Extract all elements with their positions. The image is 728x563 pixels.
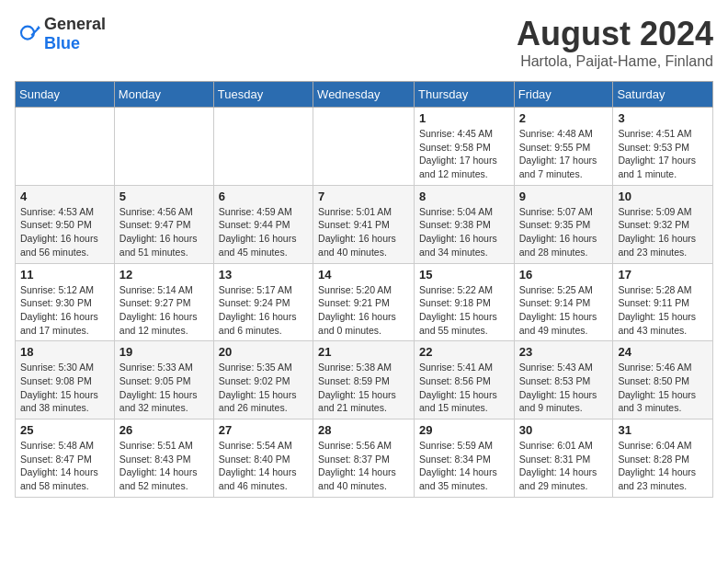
calendar-cell: 31Sunrise: 6:04 AM Sunset: 8:28 PM Dayli… (613, 419, 713, 498)
day-info: Sunrise: 5:54 AM Sunset: 8:40 PM Dayligh… (219, 439, 308, 493)
day-info: Sunrise: 4:48 AM Sunset: 9:55 PM Dayligh… (519, 127, 609, 181)
calendar-cell: 6Sunrise: 4:59 AM Sunset: 9:44 PM Daylig… (213, 185, 313, 263)
calendar-cell: 9Sunrise: 5:07 AM Sunset: 9:35 PM Daylig… (514, 185, 613, 263)
day-number: 2 (519, 111, 609, 125)
weekday-header-monday: Monday (114, 82, 213, 108)
day-info: Sunrise: 4:59 AM Sunset: 9:44 PM Dayligh… (219, 205, 308, 259)
weekday-header-saturday: Saturday (613, 82, 713, 108)
calendar-cell: 28Sunrise: 5:56 AM Sunset: 8:37 PM Dayli… (313, 419, 415, 498)
day-info: Sunrise: 5:46 AM Sunset: 8:50 PM Dayligh… (618, 361, 708, 415)
day-info: Sunrise: 6:01 AM Sunset: 8:31 PM Dayligh… (519, 439, 609, 493)
day-number: 31 (618, 423, 708, 437)
day-info: Sunrise: 5:35 AM Sunset: 9:02 PM Dayligh… (219, 361, 308, 415)
day-number: 24 (618, 345, 708, 359)
day-number: 22 (419, 345, 509, 359)
calendar-cell: 2Sunrise: 4:48 AM Sunset: 9:55 PM Daylig… (514, 108, 613, 186)
day-info: Sunrise: 5:04 AM Sunset: 9:38 PM Dayligh… (419, 205, 509, 259)
weekday-header-tuesday: Tuesday (213, 82, 313, 108)
day-info: Sunrise: 5:51 AM Sunset: 8:43 PM Dayligh… (119, 439, 209, 493)
day-number: 10 (618, 190, 708, 203)
day-info: Sunrise: 5:41 AM Sunset: 8:56 PM Dayligh… (419, 361, 509, 415)
day-number: 3 (618, 111, 708, 125)
day-info: Sunrise: 6:04 AM Sunset: 8:28 PM Dayligh… (618, 439, 708, 493)
day-number: 6 (219, 190, 308, 203)
calendar-cell: 20Sunrise: 5:35 AM Sunset: 9:02 PM Dayli… (213, 341, 313, 419)
calendar-cell: 30Sunrise: 6:01 AM Sunset: 8:31 PM Dayli… (514, 419, 613, 498)
calendar-week-row: 25Sunrise: 5:48 AM Sunset: 8:47 PM Dayli… (16, 419, 713, 498)
day-info: Sunrise: 5:22 AM Sunset: 9:18 PM Dayligh… (419, 283, 509, 338)
calendar-cell (313, 108, 415, 186)
day-number: 8 (419, 190, 509, 203)
calendar-cell: 14Sunrise: 5:20 AM Sunset: 9:21 PM Dayli… (313, 263, 415, 341)
day-number: 18 (20, 345, 109, 359)
day-info: Sunrise: 5:14 AM Sunset: 9:27 PM Dayligh… (119, 283, 209, 338)
day-number: 30 (519, 423, 609, 437)
title-block: August 2024 Hartola, Paijat-Hame, Finlan… (517, 15, 713, 70)
day-info: Sunrise: 5:07 AM Sunset: 9:35 PM Dayligh… (519, 205, 609, 259)
day-number: 23 (519, 345, 609, 359)
day-number: 21 (318, 345, 409, 359)
day-info: Sunrise: 4:45 AM Sunset: 9:58 PM Dayligh… (419, 127, 509, 181)
calendar-cell: 16Sunrise: 5:25 AM Sunset: 9:14 PM Dayli… (514, 263, 613, 341)
day-info: Sunrise: 5:33 AM Sunset: 9:05 PM Dayligh… (119, 361, 209, 415)
day-info: Sunrise: 5:12 AM Sunset: 9:30 PM Dayligh… (20, 283, 109, 338)
calendar-cell: 25Sunrise: 5:48 AM Sunset: 8:47 PM Dayli… (16, 419, 115, 498)
day-info: Sunrise: 5:25 AM Sunset: 9:14 PM Dayligh… (519, 283, 609, 338)
logo-blue: Blue (44, 34, 80, 52)
calendar-cell: 21Sunrise: 5:38 AM Sunset: 8:59 PM Dayli… (313, 341, 415, 419)
day-info: Sunrise: 4:56 AM Sunset: 9:47 PM Dayligh… (119, 205, 209, 259)
weekday-header-row: SundayMondayTuesdayWednesdayThursdayFrid… (16, 82, 713, 108)
day-info: Sunrise: 5:38 AM Sunset: 8:59 PM Dayligh… (318, 361, 409, 415)
calendar-cell: 27Sunrise: 5:54 AM Sunset: 8:40 PM Dayli… (213, 419, 313, 498)
calendar-week-row: 11Sunrise: 5:12 AM Sunset: 9:30 PM Dayli… (16, 263, 713, 341)
calendar-cell: 24Sunrise: 5:46 AM Sunset: 8:50 PM Dayli… (613, 341, 713, 419)
logo-text: General Blue (44, 15, 106, 53)
calendar-cell: 13Sunrise: 5:17 AM Sunset: 9:24 PM Dayli… (213, 263, 313, 341)
calendar-cell: 17Sunrise: 5:28 AM Sunset: 9:11 PM Dayli… (613, 263, 713, 341)
weekday-header-thursday: Thursday (415, 82, 515, 108)
day-number: 20 (219, 345, 308, 359)
calendar-cell: 4Sunrise: 4:53 AM Sunset: 9:50 PM Daylig… (16, 185, 115, 263)
day-number: 15 (419, 268, 509, 282)
calendar-cell: 10Sunrise: 5:09 AM Sunset: 9:32 PM Dayli… (613, 185, 713, 263)
day-number: 13 (219, 268, 308, 282)
day-info: Sunrise: 5:01 AM Sunset: 9:41 PM Dayligh… (318, 205, 409, 259)
day-info: Sunrise: 5:17 AM Sunset: 9:24 PM Dayligh… (219, 283, 308, 338)
calendar-cell: 3Sunrise: 4:51 AM Sunset: 9:53 PM Daylig… (613, 108, 713, 186)
weekday-header-wednesday: Wednesday (313, 82, 415, 108)
day-number: 9 (519, 190, 609, 203)
day-number: 28 (318, 423, 409, 437)
calendar-cell: 29Sunrise: 5:59 AM Sunset: 8:34 PM Dayli… (415, 419, 515, 498)
month-year: August 2024 (517, 15, 713, 53)
day-info: Sunrise: 5:30 AM Sunset: 9:08 PM Dayligh… (20, 361, 109, 415)
calendar-cell: 12Sunrise: 5:14 AM Sunset: 9:27 PM Dayli… (114, 263, 213, 341)
day-number: 27 (219, 423, 308, 437)
day-number: 29 (419, 423, 509, 437)
calendar-week-row: 4Sunrise: 4:53 AM Sunset: 9:50 PM Daylig… (16, 185, 713, 263)
calendar-cell (213, 108, 313, 186)
day-number: 11 (20, 268, 109, 282)
day-info: Sunrise: 5:28 AM Sunset: 9:11 PM Dayligh… (618, 283, 708, 338)
calendar-cell: 22Sunrise: 5:41 AM Sunset: 8:56 PM Dayli… (415, 341, 515, 419)
calendar-cell: 5Sunrise: 4:56 AM Sunset: 9:47 PM Daylig… (114, 185, 213, 263)
calendar-cell: 8Sunrise: 5:04 AM Sunset: 9:38 PM Daylig… (415, 185, 515, 263)
day-info: Sunrise: 5:56 AM Sunset: 8:37 PM Dayligh… (318, 439, 409, 493)
svg-point-0 (21, 27, 34, 40)
day-info: Sunrise: 5:09 AM Sunset: 9:32 PM Dayligh… (618, 205, 708, 259)
weekday-header-friday: Friday (514, 82, 613, 108)
day-number: 25 (20, 423, 109, 437)
calendar-cell: 18Sunrise: 5:30 AM Sunset: 9:08 PM Dayli… (16, 341, 115, 419)
day-number: 14 (318, 268, 409, 282)
calendar-cell: 19Sunrise: 5:33 AM Sunset: 9:05 PM Dayli… (114, 341, 213, 419)
day-number: 16 (519, 268, 609, 282)
logo: General Blue (15, 15, 106, 53)
location: Hartola, Paijat-Hame, Finland (517, 53, 713, 70)
day-info: Sunrise: 5:20 AM Sunset: 9:21 PM Dayligh… (318, 283, 409, 338)
calendar-cell (114, 108, 213, 186)
calendar-cell: 26Sunrise: 5:51 AM Sunset: 8:43 PM Dayli… (114, 419, 213, 498)
day-number: 19 (119, 345, 209, 359)
day-info: Sunrise: 5:43 AM Sunset: 8:53 PM Dayligh… (519, 361, 609, 415)
day-number: 5 (119, 190, 209, 203)
logo-icon (15, 21, 40, 47)
calendar-cell: 23Sunrise: 5:43 AM Sunset: 8:53 PM Dayli… (514, 341, 613, 419)
